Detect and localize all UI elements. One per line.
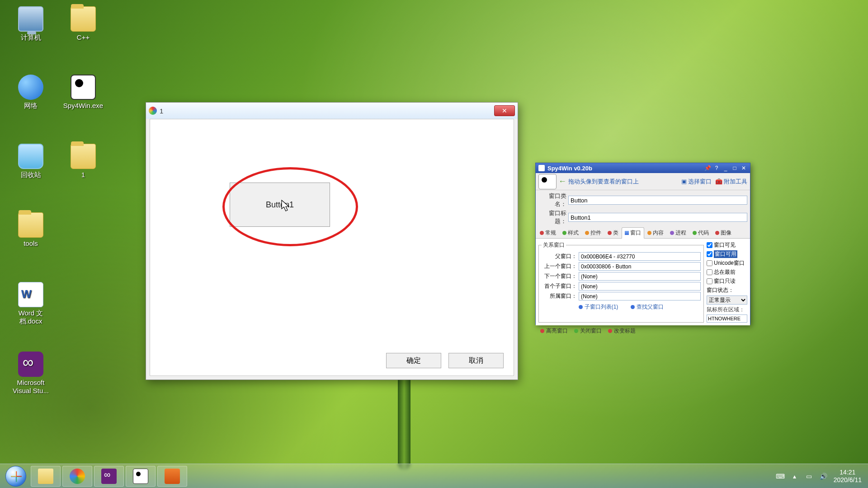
computer-icon — [18, 6, 43, 32]
find-parent-link[interactable]: 查找父窗口 — [631, 303, 664, 311]
chk-topmost[interactable]: 总在最前 — [707, 268, 747, 276]
desktop-icon-1[interactable]: 1 — [61, 144, 106, 179]
tab-code[interactable]: 代码 — [689, 227, 712, 239]
attach-tool-icon: 🧰 — [715, 178, 722, 185]
windows-orb-icon — [5, 466, 26, 487]
tab-class[interactable]: 类 — [604, 227, 622, 239]
ok-button[interactable]: 确定 — [386, 353, 441, 368]
spy4win-window[interactable]: Spy4Win v0.20b 📌 ? _ □ ✕ ← 拖动头像到要查看的窗口上 … — [535, 163, 750, 325]
class-input[interactable] — [568, 196, 747, 205]
ime-icon[interactable]: ⌨ — [776, 472, 785, 481]
tab-label: 窗口 — [630, 229, 641, 237]
pick-window-link[interactable]: ▣ 选择窗口 — [681, 178, 712, 186]
desktop-icon-computer[interactable]: 计算机 — [8, 6, 53, 42]
chk-visible-box[interactable] — [707, 242, 712, 248]
spy-tabs: 常规 样式 控件 类 窗口 内容 进程 代码 图像 — [536, 227, 750, 239]
help-button[interactable]: ? — [713, 165, 720, 171]
chk-enabled[interactable]: 窗口可用 — [707, 250, 747, 258]
chk-topmost-box[interactable] — [707, 269, 712, 275]
chk-unicode[interactable]: Unicode窗口 — [707, 259, 747, 267]
pick-window-icon: ▣ — [681, 178, 687, 185]
icon-label: Microsoft Visual Stu... — [8, 379, 53, 395]
firstchild-input[interactable] — [579, 282, 701, 291]
desktop-icon-network[interactable]: 网络 — [8, 75, 53, 110]
drag-hint: 拖动头像到要查看的窗口上 — [568, 178, 639, 186]
minimize-button[interactable]: _ — [722, 165, 729, 171]
spy-toolbar: ← 拖动头像到要查看的窗口上 ▣ 选择窗口 🧰 附加工具 — [536, 173, 750, 190]
cancel-button[interactable]: 取消 — [448, 353, 504, 368]
chk-enabled-box[interactable] — [707, 251, 712, 257]
dot-icon — [693, 231, 697, 235]
chk-unicode-box[interactable] — [707, 260, 712, 266]
tab-control[interactable]: 控件 — [582, 227, 604, 239]
explorer-icon — [38, 469, 53, 484]
pin-button[interactable]: 📌 — [704, 165, 711, 171]
taskbar-item-mfc[interactable] — [157, 466, 187, 487]
volume-icon[interactable]: 🔊 — [819, 472, 828, 481]
prev-input[interactable] — [579, 262, 701, 271]
highlight-label: 高亮窗口 — [546, 327, 568, 335]
tab-general[interactable]: 常规 — [537, 227, 559, 239]
owner-input[interactable] — [579, 292, 701, 300]
closewin-label: 关闭窗口 — [580, 327, 602, 335]
changecap-link[interactable]: 改变标题 — [608, 327, 636, 335]
visualstudio-icon — [101, 469, 117, 484]
tab-image[interactable]: 图像 — [712, 227, 735, 239]
desktop-icon-tools[interactable]: tools — [8, 212, 53, 248]
tab-label: 样式 — [568, 229, 579, 237]
taskbar-item-vs[interactable] — [94, 466, 124, 487]
tab-window[interactable]: 窗口 — [622, 227, 644, 239]
region-input[interactable] — [707, 314, 747, 323]
action-center-icon[interactable]: ▭ — [805, 472, 814, 481]
tray-chevron-icon[interactable]: ▴ — [790, 472, 799, 481]
desktop-icon-word[interactable]: Word 文档.docx — [8, 282, 53, 325]
desktop-icon-cpp[interactable]: C++ — [61, 6, 106, 42]
chk-visible[interactable]: 窗口可见 — [707, 241, 747, 249]
desktop-icon-recyclebin[interactable]: 回收站 — [8, 144, 53, 179]
state-select[interactable]: 正常显示 — [707, 296, 747, 305]
square-icon — [574, 329, 578, 333]
icon-label: 1 — [61, 171, 106, 179]
finder-drag-icon[interactable] — [538, 174, 557, 189]
dialog-client: Button1 确定 取消 — [150, 119, 514, 376]
app-icon — [149, 107, 157, 115]
maximize-button[interactable]: □ — [731, 165, 738, 171]
prev-label: 上一个窗口： — [542, 263, 577, 270]
chk-readonly-box[interactable] — [707, 278, 712, 284]
chk-readonly[interactable]: 窗口只读 — [707, 277, 747, 285]
tab-content[interactable]: 内容 — [644, 227, 667, 239]
desktop-icon-spy4win[interactable]: Spy4Win.exe — [61, 75, 106, 110]
highlight-link[interactable]: 高亮窗口 — [540, 327, 568, 335]
tab-label: 进程 — [675, 229, 686, 237]
tab-process[interactable]: 进程 — [667, 227, 689, 239]
close-button[interactable]: ✕ — [740, 165, 747, 171]
child-list-label: 子窗口列表(1) — [585, 303, 618, 311]
next-input[interactable] — [579, 272, 701, 281]
taskbar-item-browser[interactable] — [62, 466, 92, 487]
attach-tool-link[interactable]: 🧰 附加工具 — [715, 178, 747, 186]
child-list-link[interactable]: 子窗口列表(1) — [579, 303, 618, 311]
folder-icon — [71, 6, 96, 32]
closewin-link[interactable]: 关闭窗口 — [574, 327, 602, 335]
taskbar-clock[interactable]: 14:21 2020/6/11 — [834, 469, 862, 484]
dialog-window[interactable]: 1 ✕ Button1 确定 取消 — [146, 102, 518, 380]
spy4win-icon — [71, 75, 96, 100]
icon-label: 回收站 — [8, 171, 53, 179]
taskbar-item-explorer[interactable] — [31, 466, 61, 487]
dialog-titlebar[interactable]: 1 ✕ — [146, 103, 518, 119]
tab-label: 类 — [613, 229, 618, 237]
start-button[interactable] — [2, 465, 30, 487]
tab-style[interactable]: 样式 — [559, 227, 582, 239]
close-button[interactable]: ✕ — [494, 105, 515, 116]
desktop-icon-vs[interactable]: Microsoft Visual Stu... — [8, 352, 53, 395]
attach-tool-label: 附加工具 — [724, 178, 747, 186]
caption-input[interactable] — [568, 213, 747, 222]
taskbar-item-spy4win[interactable] — [126, 466, 156, 487]
spy-titlebar[interactable]: Spy4Win v0.20b 📌 ? _ □ ✕ — [536, 163, 750, 173]
bullet-icon — [631, 305, 635, 309]
parent-input[interactable] — [579, 252, 701, 261]
caption-label: 窗口标题： — [538, 209, 566, 225]
button1[interactable]: Button1 — [230, 183, 330, 227]
system-tray: ⌨ ▴ ▭ 🔊 14:21 2020/6/11 — [776, 469, 868, 484]
taskbar: ⌨ ▴ ▭ 🔊 14:21 2020/6/11 — [0, 464, 868, 488]
